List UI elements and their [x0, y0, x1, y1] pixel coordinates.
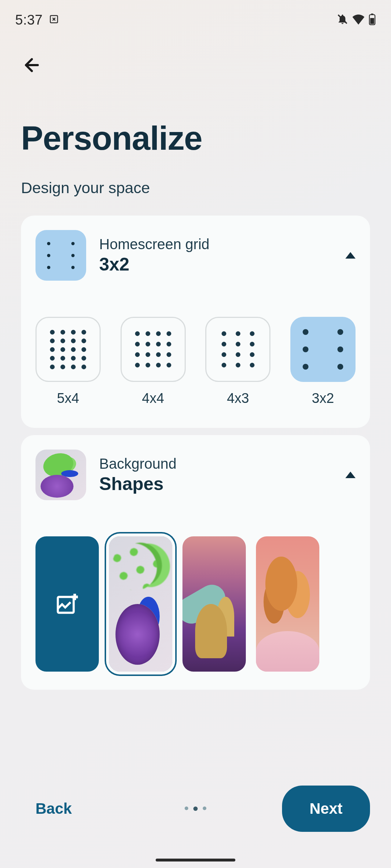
- background-card: Background Shapes: [21, 435, 370, 690]
- back-button[interactable]: [21, 54, 43, 76]
- page-subtitle: Design your space: [21, 179, 370, 197]
- collapse-icon: [345, 252, 356, 259]
- page-header: Personalize Design your space: [0, 83, 391, 197]
- background-options: [35, 536, 356, 675]
- grid-card-header[interactable]: Homescreen grid 3x2: [35, 230, 356, 281]
- grid-option-5x4[interactable]: 5x4: [35, 317, 101, 406]
- background-card-header[interactable]: Background Shapes: [35, 450, 356, 500]
- status-time: 5:37: [15, 12, 43, 28]
- background-value: Shapes: [99, 473, 332, 494]
- next-button[interactable]: Next: [282, 786, 370, 832]
- wifi-icon: [352, 14, 365, 26]
- background-add-button[interactable]: [35, 536, 99, 672]
- battery-icon: [369, 13, 376, 27]
- homescreen-grid-card: Homescreen grid 3x2 5x4: [21, 216, 370, 428]
- back-text-button[interactable]: Back: [21, 789, 86, 828]
- grid-options: 5x4 4x4 4x3: [35, 317, 356, 413]
- grid-value: 3x2: [99, 254, 332, 275]
- box-x-icon: [49, 14, 59, 26]
- grid-label: Homescreen grid: [99, 236, 332, 252]
- pager-indicator: [185, 807, 206, 811]
- grid-option-label: 4x4: [142, 391, 164, 406]
- grid-option-4x4[interactable]: 4x4: [121, 317, 186, 406]
- status-bar: 5:37: [0, 0, 391, 33]
- background-option-night[interactable]: [182, 536, 246, 672]
- background-thumb-icon: [35, 450, 86, 500]
- svg-rect-3: [371, 14, 373, 15]
- nav-handle[interactable]: [156, 859, 235, 861]
- svg-rect-4: [370, 18, 374, 24]
- page-title: Personalize: [21, 119, 370, 157]
- bottom-bar: Back Next: [0, 786, 391, 832]
- grid-option-label: 5x4: [57, 391, 79, 406]
- notifications-off-icon: [337, 13, 348, 26]
- grid-thumb-icon: [35, 230, 86, 281]
- grid-option-label: 3x2: [312, 391, 334, 406]
- background-label: Background: [99, 456, 332, 472]
- add-image-icon: [55, 591, 80, 617]
- grid-option-3x2[interactable]: 3x2: [290, 317, 356, 406]
- collapse-icon: [345, 472, 356, 478]
- grid-option-label: 4x3: [227, 391, 249, 406]
- grid-option-4x3[interactable]: 4x3: [205, 317, 270, 406]
- background-option-shapes[interactable]: [109, 536, 172, 672]
- background-option-trees[interactable]: [256, 536, 319, 672]
